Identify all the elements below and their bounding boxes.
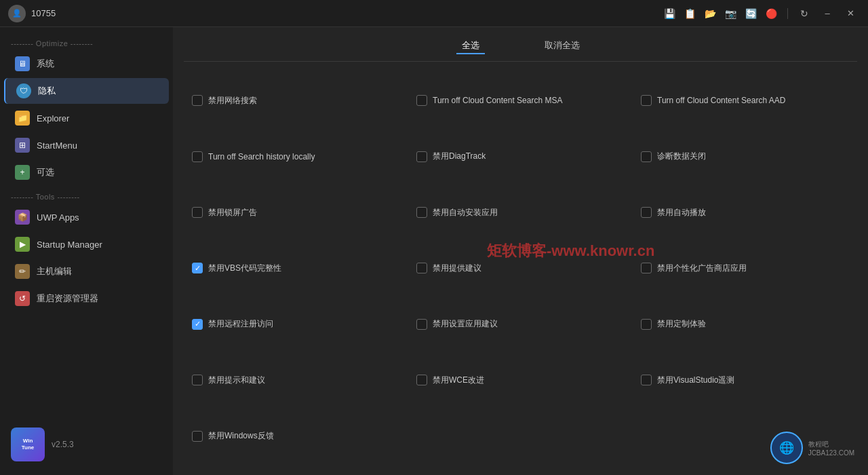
close-button[interactable]: ✕ (841, 4, 860, 23)
content-area: 全选 取消全选 禁用网络搜索Turn off Cloud Content Sea… (173, 27, 868, 475)
sidebar-label-explorer: Explorer (37, 113, 69, 124)
sidebar-footer: WinTune v2.5.3 (0, 419, 173, 470)
checkbox-opt3[interactable] (192, 207, 203, 218)
option-item-opt14[interactable]: Turn off Cloud Content Search AAD (633, 73, 857, 128)
sidebar-item-uwp[interactable]: 📦 UWP Apps (4, 204, 169, 230)
option-item-opt5[interactable]: 禁用远程注册访问 (184, 297, 408, 352)
option-item-opt18[interactable]: 禁用定制体验 (633, 297, 857, 352)
option-item-opt13[interactable]: 禁用WCE改进 (408, 352, 633, 408)
sidebar-label-startmenu: StartMenu (37, 140, 77, 151)
option-item-opt15[interactable]: 诊断数据关闭 (633, 128, 857, 184)
deselect-all-button[interactable]: 取消全选 (539, 38, 585, 54)
privacy-icon: 🛡 (16, 83, 31, 98)
select-row: 全选 取消全选 (184, 38, 857, 62)
window-controls: – ✕ (818, 4, 860, 23)
titlebar-title: 10755 (31, 8, 663, 18)
optional-icon: + (15, 165, 30, 180)
open-icon[interactable]: 📂 (703, 7, 717, 20)
checkbox-opt1[interactable] (192, 95, 203, 106)
option-item-opt8[interactable]: Turn off Cloud Content Search MSA (408, 73, 633, 128)
checkbox-opt2[interactable] (192, 151, 203, 162)
sidebar-label-restart: 重启资源管理器 (37, 292, 98, 305)
select-all-button[interactable]: 全选 (456, 38, 485, 54)
sidebar-item-restart[interactable]: ↺ 重启资源管理器 (4, 286, 169, 311)
option-label-opt14: Turn off Cloud Content Search AAD (657, 96, 785, 105)
bottom-right-logo: 🌐 教程吧 JCBA123.COM (770, 432, 854, 464)
checkbox-opt15[interactable] (641, 151, 652, 162)
option-label-opt4: 禁用VBS代码完整性 (208, 263, 281, 274)
options-grid: 禁用网络搜索Turn off Cloud Content Search MSAT… (184, 73, 857, 464)
main-layout: -------- Optimize -------- 🖥 系统 🛡 隐私 📁 E… (0, 27, 868, 475)
folder-save-icon[interactable]: 📋 (683, 7, 696, 20)
option-label-opt7: 禁用Windows反馈 (208, 430, 274, 442)
jcba-text: 教程吧 JCBA123.COM (808, 440, 854, 457)
checkbox-opt5[interactable] (192, 319, 203, 330)
option-item-opt17[interactable]: 禁用个性化广告商店应用 (633, 240, 857, 296)
wintune-logo: WinTune (11, 428, 45, 461)
option-label-opt1: 禁用网络搜索 (208, 95, 257, 107)
option-item-opt19[interactable]: 禁用VisualStudio遥测 (633, 352, 857, 408)
sidebar-label-uwp: UWP Apps (37, 212, 79, 223)
option-item-opt3[interactable]: 禁用锁屏广告 (184, 185, 408, 240)
camera-icon[interactable]: 📷 (724, 7, 737, 20)
option-item-opt9[interactable]: 禁用DiagTrack (408, 128, 633, 184)
minimize-button[interactable]: – (818, 4, 837, 23)
sidebar-item-privacy[interactable]: 🛡 隐私 (4, 78, 169, 104)
option-item-opt2[interactable]: Turn off Search history locally (184, 128, 408, 184)
save-icon[interactable]: 💾 (663, 7, 676, 20)
checkbox-opt6[interactable] (192, 375, 203, 385)
sidebar-label-privacy: 隐私 (38, 85, 56, 97)
flag-icon[interactable]: 🔴 (764, 7, 778, 20)
refresh-icon[interactable]: ↻ (797, 7, 811, 20)
checkbox-opt14[interactable] (641, 95, 652, 106)
checkbox-opt9[interactable] (416, 151, 427, 162)
optimize-section-label: -------- Optimize -------- (0, 33, 173, 50)
checkbox-opt16[interactable] (641, 207, 652, 218)
checkbox-opt8[interactable] (416, 95, 427, 106)
user-avatar: 👤 (8, 5, 26, 22)
sidebar-item-optional[interactable]: + 可选 (4, 159, 169, 185)
sidebar-item-startmenu[interactable]: ⊞ StartMenu (4, 132, 169, 158)
option-item-opt7[interactable]: 禁用Windows反馈 (184, 408, 408, 464)
version-label: v2.5.3 (52, 440, 74, 449)
option-item-opt10[interactable]: 禁用自动安装应用 (408, 185, 633, 240)
option-label-opt17: 禁用个性化广告商店应用 (657, 263, 747, 274)
checkbox-opt17[interactable] (641, 263, 652, 273)
sidebar-item-explorer[interactable]: 📁 Explorer (4, 105, 169, 131)
option-item-opt11[interactable]: 禁用提供建议 (408, 240, 633, 296)
sidebar-item-startup[interactable]: ▶ Startup Manager (4, 231, 169, 257)
option-item-opt1[interactable]: 禁用网络搜索 (184, 73, 408, 128)
sidebar-item-system[interactable]: 🖥 系统 (4, 51, 169, 77)
restart-icon: ↺ (15, 291, 30, 306)
toolbar-icons: 💾 📋 📂 📷 🔄 🔴 ↻ (663, 7, 811, 20)
option-item-opt4[interactable]: 禁用VBS代码完整性 (184, 240, 408, 296)
option-label-opt9: 禁用DiagTrack (433, 151, 486, 162)
sidebar-item-host[interactable]: ✏ 主机编辑 (4, 259, 169, 284)
checkbox-opt4[interactable] (192, 263, 203, 273)
checkbox-opt13[interactable] (416, 375, 427, 385)
option-label-opt10: 禁用自动安装应用 (433, 207, 498, 218)
startmenu-icon: ⊞ (15, 138, 30, 153)
checkbox-opt10[interactable] (416, 207, 427, 218)
system-icon: 🖥 (15, 56, 30, 71)
checkbox-opt7[interactable] (192, 431, 203, 442)
checkbox-opt11[interactable] (416, 263, 427, 273)
checkbox-opt19[interactable] (641, 375, 652, 385)
option-label-opt13: 禁用WCE改进 (433, 375, 484, 386)
option-label-opt5: 禁用远程注册访问 (208, 318, 273, 330)
option-label-opt3: 禁用锁屏广告 (208, 207, 257, 218)
titlebar: 👤 10755 💾 📋 📂 📷 🔄 🔴 ↻ – ✕ (0, 0, 868, 27)
option-item-opt6[interactable]: 禁用提示和建议 (184, 352, 408, 408)
checkbox-opt12[interactable] (416, 319, 427, 330)
history-icon[interactable]: 🔄 (744, 7, 757, 20)
option-item-opt16[interactable]: 禁用自动播放 (633, 185, 857, 240)
checkbox-opt18[interactable] (641, 319, 652, 330)
option-label-opt12: 禁用设置应用建议 (433, 318, 498, 330)
option-empty (408, 408, 633, 464)
host-icon: ✏ (15, 264, 30, 279)
option-label-opt11: 禁用提供建议 (433, 263, 481, 274)
option-item-opt12[interactable]: 禁用设置应用建议 (408, 297, 633, 352)
sidebar-label-host: 主机编辑 (37, 265, 72, 278)
tools-section-label: -------- Tools -------- (0, 186, 173, 204)
uwp-icon: 📦 (15, 210, 30, 225)
